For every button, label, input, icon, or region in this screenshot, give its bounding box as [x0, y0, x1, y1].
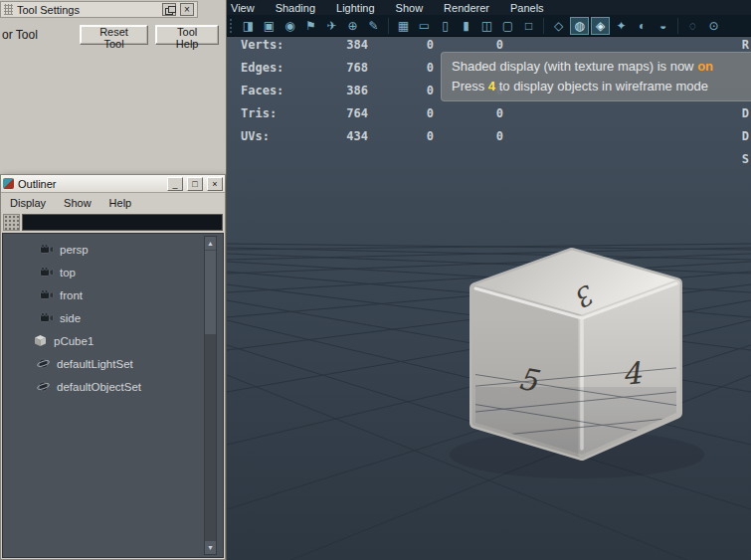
camera-icon	[39, 267, 54, 278]
outliner-scrollbar[interactable]: ▲ ▼	[204, 236, 217, 555]
occlusion-icon[interactable]: ◒	[654, 17, 672, 35]
list-item-defaultlightset[interactable]: defaultLightSet	[3, 352, 223, 375]
outliner-list[interactable]: persp top front side pCube1 defaultLight…	[2, 233, 224, 558]
field-chart-icon[interactable]: ◫	[477, 17, 496, 35]
film-gate-icon[interactable]: ▭	[415, 17, 434, 35]
item-label: pCube1	[54, 335, 94, 347]
camera-icon	[39, 312, 54, 323]
menu-help[interactable]: Help	[100, 197, 141, 209]
select-camera-icon[interactable]: ◨	[239, 17, 258, 35]
hud-row-uvs: UVs:43400	[241, 129, 503, 152]
float-panel-button[interactable]	[162, 3, 176, 16]
outliner-window-icon	[3, 178, 14, 189]
all-lights-icon[interactable]: ✦	[612, 17, 631, 35]
close-button[interactable]: ×	[207, 177, 223, 191]
set-icon	[36, 357, 51, 370]
outliner-menubar: Display Show Help	[1, 193, 225, 212]
toolbar-separator	[543, 18, 544, 34]
tooltip-line-2: Press 4 to display objects in wireframe …	[452, 77, 751, 96]
toolbar-separator	[388, 18, 389, 34]
camera-icon	[39, 289, 54, 300]
float-icon	[165, 6, 174, 14]
hud-right-letter: D	[742, 106, 749, 120]
minimize-button[interactable]: _	[167, 177, 183, 191]
toolbar-grip-icon	[230, 19, 235, 33]
item-label: top	[60, 267, 76, 279]
poly-mesh-icon	[33, 334, 48, 347]
tool-settings-titlebar[interactable]: Tool Settings ×	[0, 1, 198, 18]
item-label: front	[60, 289, 83, 301]
hud-right-letter: R	[742, 38, 749, 52]
camera-settings-icon[interactable]: ▣	[260, 17, 279, 35]
list-item-pcube1[interactable]: pCube1	[3, 329, 223, 352]
close-icon: ×	[184, 5, 190, 15]
close-panel-button[interactable]: ×	[180, 3, 194, 16]
outliner-filter-row	[1, 212, 225, 233]
list-item-persp[interactable]: persp	[3, 238, 223, 261]
outliner-window: Outliner _ □ × Display Show Help persp t…	[0, 174, 226, 560]
menu-show[interactable]: Show	[55, 197, 100, 209]
shaded-mode-icon[interactable]: ◍	[570, 17, 589, 35]
grease-pencil-icon[interactable]: ✎	[364, 17, 383, 35]
tooltip-line-1: Shaded display (with texture maps) is no…	[452, 57, 751, 77]
toolbar-separator	[677, 18, 678, 34]
tool-name-label: or Tool	[0, 28, 80, 42]
highlight-key-4: 4	[488, 79, 495, 93]
reset-tool-button[interactable]: Reset Tool	[80, 25, 149, 45]
pcube1-mesh[interactable]: 3 5 4	[450, 254, 704, 478]
set-icon	[36, 380, 51, 393]
outliner-titlebar[interactable]: Outliner _ □ ×	[1, 175, 225, 193]
textured-mode-icon[interactable]: ◈	[591, 17, 610, 35]
camera-icon	[39, 244, 54, 255]
perspective-viewport[interactable]: View Shading Lighting Show Renderer Pane…	[227, 0, 751, 560]
viewport-menubar: View Shading Lighting Show Renderer Pane…	[227, 0, 751, 15]
viewport-toolbar: ◨ ▣ ◉ ⚑ ✈ ⊕ ✎ ▦ ▭ ▯ ▮ ◫ ▢ □ ◇ ◍ ◈ ✦ ◐ ◒ …	[227, 15, 751, 37]
list-item-side[interactable]: side	[3, 306, 223, 329]
menu-panels[interactable]: Panels	[510, 2, 544, 14]
gate-mask-icon[interactable]: ▮	[457, 17, 475, 35]
pan-zoom-icon[interactable]: ⊕	[343, 17, 362, 35]
safe-title-icon[interactable]: □	[519, 17, 538, 35]
menu-display[interactable]: Display	[1, 197, 55, 209]
list-item-top[interactable]: top	[3, 261, 223, 283]
menu-show[interactable]: Show	[396, 2, 424, 14]
camera-lock-icon[interactable]: ◉	[281, 17, 299, 35]
menu-shading[interactable]: Shading	[276, 2, 315, 14]
item-label: defaultLightSet	[57, 358, 133, 370]
viewport-help-tooltip: Shaded display (with texture maps) is no…	[441, 52, 751, 101]
xray-icon[interactable]: ◌	[683, 17, 702, 35]
menu-view[interactable]: View	[231, 2, 255, 14]
safe-action-icon[interactable]: ▢	[498, 17, 517, 35]
outliner-filter-input[interactable]	[22, 214, 223, 231]
bookmark-icon[interactable]: ⚑	[301, 17, 320, 35]
wireframe-mode-icon[interactable]: ◇	[549, 17, 568, 35]
menu-renderer[interactable]: Renderer	[444, 2, 489, 14]
drag-grip-icon	[4, 4, 13, 15]
maximize-button[interactable]: □	[187, 177, 203, 191]
item-label: side	[60, 312, 81, 324]
item-label: persp	[60, 244, 89, 256]
resolution-gate-icon[interactable]: ▯	[436, 17, 455, 35]
tool-settings-title: Tool Settings	[17, 4, 158, 16]
scroll-down-icon[interactable]: ▼	[205, 541, 216, 554]
hud-right-letter: S	[742, 152, 749, 166]
item-label: defaultObjectSet	[57, 381, 141, 393]
menu-lighting[interactable]: Lighting	[336, 2, 375, 14]
hud-row-tris: Tris:76400	[241, 106, 503, 129]
outliner-title: Outliner	[18, 178, 163, 190]
isolate-select-icon[interactable]: ⊙	[704, 17, 723, 35]
shadows-icon[interactable]: ◐	[633, 17, 652, 35]
list-item-defaultobjectset[interactable]: defaultObjectSet	[3, 375, 223, 398]
list-item-front[interactable]: front	[3, 283, 223, 306]
highlight-on: on	[697, 59, 713, 74]
hud-right-letter: D	[742, 129, 749, 143]
image-plane-icon[interactable]: ✈	[322, 17, 341, 35]
grid-toggle-icon[interactable]: ▦	[394, 17, 413, 35]
scrollbar-thumb[interactable]	[205, 251, 216, 334]
tool-help-button[interactable]: Tool Help	[155, 25, 219, 45]
filter-options-button[interactable]	[3, 214, 20, 231]
scroll-up-icon[interactable]: ▲	[205, 237, 216, 250]
